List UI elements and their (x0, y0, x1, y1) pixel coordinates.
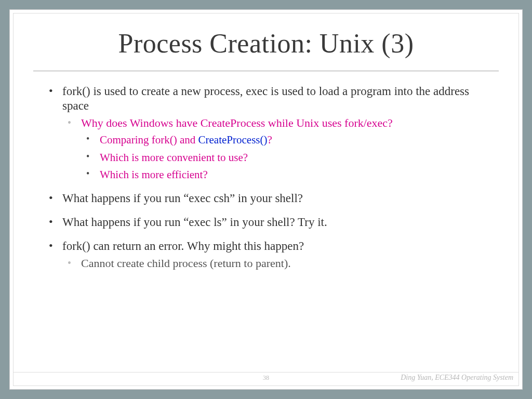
author-credit: Ding Yuan, ECE344 Operating System (401, 374, 513, 382)
bullet-1-sub1-c: Which is more efficient? (81, 168, 488, 182)
bullet-1-sub1-a-post: ? (268, 134, 272, 146)
bullet-4-text: fork() can return an error. Why might th… (62, 240, 304, 252)
bullet-1-sub1: Why does Windows have CreateProcess whil… (62, 116, 488, 182)
slide-body: fork() is used to create a new process, … (44, 84, 488, 271)
createprocess-link[interactable]: CreateProcess() (198, 134, 268, 146)
slide-footer: 38 Ding Yuan, ECE344 Operating System (14, 372, 518, 383)
bullet-1-sub1-a-pre: Comparing fork() and (100, 134, 198, 146)
bullet-1: fork() is used to create a new process, … (44, 84, 488, 182)
bullet-4: fork() can return an error. Why might th… (44, 239, 488, 271)
bullet-2: What happens if you run “exec csh” in yo… (44, 191, 488, 206)
bullet-1-sub1-b: Which is more convenient to use? (81, 151, 488, 165)
bullet-1-sub1-text: Why does Windows have CreateProcess whil… (81, 116, 393, 129)
page-number: 38 (263, 374, 269, 382)
bullet-1-text: fork() is used to create a new process, … (62, 85, 469, 112)
slide: Process Creation: Unix (3) fork() is use… (9, 9, 523, 390)
slide-inner: Process Creation: Unix (3) fork() is use… (13, 13, 519, 386)
bullet-1-sub1-a: Comparing fork() and CreateProcess()? (81, 134, 488, 147)
bullet-1-sub1-b-text: Which is more convenient to use? (100, 151, 248, 164)
divider (33, 70, 499, 72)
bullet-2-text: What happens if you run “exec csh” in yo… (62, 192, 303, 205)
slide-title: Process Creation: Unix (3) (44, 28, 488, 59)
bullet-3: What happens if you run “exec ls” in you… (44, 215, 488, 230)
bullet-4-sub1: Cannot create child process (return to p… (62, 257, 488, 271)
bullet-3-text: What happens if you run “exec ls” in you… (62, 216, 327, 229)
bullet-4-sub1-text: Cannot create child process (return to p… (81, 257, 291, 270)
bullet-1-sub1-c-text: Which is more efficient? (100, 168, 208, 181)
